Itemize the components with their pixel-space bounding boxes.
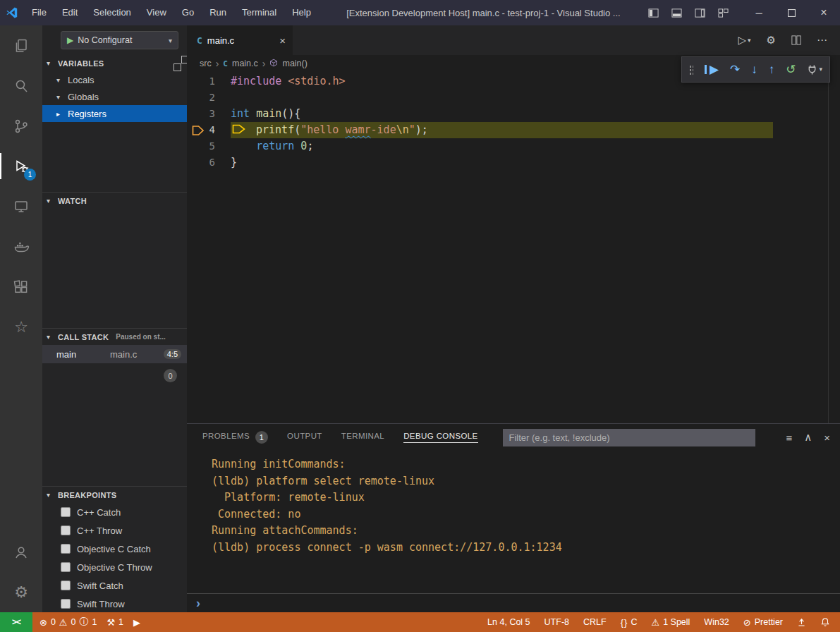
maximize-button[interactable] <box>775 0 808 25</box>
extensions-icon[interactable] <box>0 267 42 307</box>
variables-item-label: Globals <box>68 92 99 102</box>
checkbox[interactable] <box>61 599 71 609</box>
accounts-icon[interactable] <box>0 532 42 572</box>
filter-lines-icon[interactable]: ≡ <box>786 432 792 444</box>
breakpoint-objective-c-throw[interactable]: Objective C Throw <box>42 558 187 576</box>
more-actions-icon[interactable]: ⋯ <box>817 34 827 47</box>
breakpoints-header[interactable]: ▾ BREAKPOINTS <box>42 487 187 503</box>
eol-indicator[interactable]: CRLF <box>583 617 607 627</box>
checkbox[interactable] <box>61 581 71 590</box>
remote-indicator[interactable]: >< <box>0 612 32 632</box>
debug-status-icon[interactable]: ▶ <box>133 617 140 628</box>
platform-indicator[interactable]: Win32 <box>704 617 729 627</box>
minimize-button[interactable]: ─ <box>743 0 775 25</box>
breakpoint-c-catch[interactable]: C++ Catch <box>42 503 187 521</box>
panel-tab-output[interactable]: OUTPUT <box>287 432 322 443</box>
split-editor-icon[interactable] <box>791 35 801 45</box>
breakpoint-label: Objective C Throw <box>77 562 152 573</box>
language-mode[interactable]: { }C <box>621 617 638 628</box>
close-button[interactable]: × <box>808 0 840 25</box>
checkbox[interactable] <box>61 525 71 535</box>
breakpoint-c-throw[interactable]: C++ Throw <box>42 521 187 540</box>
formatter-status[interactable]: ⊘Prettier <box>743 617 783 628</box>
notifications-bell-icon[interactable] <box>820 617 830 627</box>
spell-checker-status[interactable]: ⚠1 Spell <box>651 617 690 628</box>
debug-console-input[interactable]: › <box>187 593 840 612</box>
maximize-panel-icon[interactable]: ∧ <box>804 431 812 444</box>
panel-tab-debug-console[interactable]: DEBUG CONSOLE <box>403 432 478 443</box>
tab-main-c[interactable]: C main.c × <box>187 25 293 55</box>
toggle-secondary-sidebar-icon[interactable] <box>695 8 705 18</box>
remote-explorer-icon[interactable] <box>0 186 42 226</box>
console-line: Platform: remote-linux <box>212 490 840 506</box>
problems-status[interactable]: ⊗0 ⚠0 ⓘ1 <box>39 616 97 628</box>
variables-item-globals[interactable]: ▾Globals <box>42 88 187 105</box>
grip-icon[interactable] <box>689 65 693 75</box>
explorer-icon[interactable] <box>0 25 42 66</box>
settings-gear-icon[interactable]: ⚙ <box>0 572 42 612</box>
disconnect-icon[interactable]: ▾ <box>807 64 822 75</box>
menu-run[interactable]: Run <box>202 0 234 25</box>
toggle-panel-icon[interactable] <box>671 8 682 18</box>
encoding-indicator[interactable]: UTF-8 <box>544 617 569 627</box>
code-line-5[interactable]: 5 return 0; <box>187 138 840 154</box>
run-and-debug-icon[interactable]: 1 <box>0 146 42 186</box>
search-icon[interactable] <box>0 66 42 106</box>
variables-item-registers[interactable]: ▸Registers <box>42 105 187 122</box>
panel-tab-terminal[interactable]: TERMINAL <box>341 432 384 443</box>
step-out-icon[interactable]: ↑ <box>769 63 775 75</box>
call-stack-header[interactable]: ▾ CALL STACK Paused on st... <box>42 329 187 345</box>
menu-view[interactable]: View <box>139 0 174 25</box>
panel-tab-problems[interactable]: PROBLEMS1 <box>202 431 268 444</box>
code-line-3[interactable]: 3int main(){ <box>187 106 840 122</box>
toggle-sidebar-icon[interactable] <box>648 8 659 18</box>
step-into-icon[interactable]: ↓ <box>751 63 757 75</box>
gear-icon[interactable]: ⚙ <box>767 34 776 47</box>
checkbox[interactable] <box>61 562 71 572</box>
breakpoint-swift-throw[interactable]: Swift Throw <box>42 595 187 612</box>
restart-icon[interactable]: ↺ <box>786 63 796 75</box>
debug-toolbar: ▶ ↷ ↓ ↑ ↺ ▾ <box>681 56 830 83</box>
customize-layout-icon[interactable] <box>718 8 729 18</box>
launch-config-label: No Configurat <box>78 35 164 45</box>
misc-status-icon[interactable] <box>797 618 806 627</box>
docker-icon[interactable] <box>0 226 42 267</box>
source-control-icon[interactable] <box>0 106 42 146</box>
code-editor[interactable]: 1#include <stdio.h>23int main(){4printf(… <box>187 72 840 423</box>
cursor-position[interactable]: Ln 4, Col 5 <box>487 617 530 627</box>
menu-go[interactable]: Go <box>174 0 202 25</box>
breakpoint-label: C++ Throw <box>77 525 122 536</box>
variables-item-locals[interactable]: ▾Locals <box>42 71 187 88</box>
frame-position-badge: 4:5 <box>164 349 181 359</box>
run-or-debug-icon[interactable]: ▷▾ <box>738 34 750 47</box>
menu-file[interactable]: File <box>24 0 54 25</box>
menu-selection[interactable]: Selection <box>85 0 138 25</box>
menu-edit[interactable]: Edit <box>54 0 85 25</box>
tab-close-icon[interactable]: × <box>279 35 286 47</box>
launch-config-dropdown[interactable]: ▶ No Configurat ▾ <box>61 31 178 49</box>
variables-section: ▾ VARIABLES ▾Locals▾Globals▸Registers <box>42 55 187 192</box>
tasks-status[interactable]: ⚒1 <box>106 617 123 628</box>
star-icon[interactable]: ☆ <box>0 307 42 347</box>
code-line-2[interactable]: 2 <box>187 90 840 106</box>
checkbox[interactable] <box>61 544 71 554</box>
watch-section: ▾ WATCH <box>42 192 187 328</box>
breadcrumb-symbol[interactable]: main() <box>282 59 307 68</box>
variables-header[interactable]: ▾ VARIABLES <box>42 55 187 71</box>
console-filter-input[interactable] <box>503 429 755 446</box>
close-panel-icon[interactable]: × <box>824 432 830 444</box>
checkbox[interactable] <box>61 507 71 517</box>
stack-frame-row[interactable]: main main.c 4:5 <box>42 345 187 363</box>
watch-header[interactable]: ▾ WATCH <box>42 193 187 209</box>
start-debug-icon[interactable]: ▶ <box>67 35 73 45</box>
breakpoint-swift-catch[interactable]: Swift Catch <box>42 576 187 595</box>
breadcrumb-file[interactable]: main.c <box>232 59 258 68</box>
menu-terminal[interactable]: Terminal <box>234 0 284 25</box>
code-line-6[interactable]: 6} <box>187 154 840 171</box>
menu-help[interactable]: Help <box>284 0 319 25</box>
breadcrumb-folder[interactable]: src <box>200 59 212 68</box>
code-line-4[interactable]: 4printf("hello wamr-ide\n"); <box>187 122 840 138</box>
continue-icon[interactable]: ▶ <box>705 63 719 75</box>
step-over-icon[interactable]: ↷ <box>730 63 740 75</box>
breakpoint-objective-c-catch[interactable]: Objective C Catch <box>42 540 187 558</box>
